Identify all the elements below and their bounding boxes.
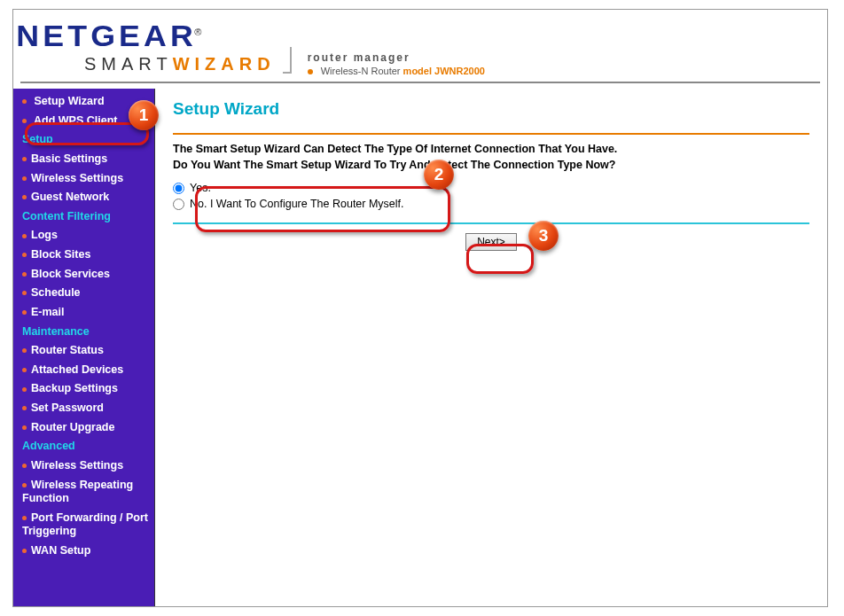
sidebar-item-block-sites[interactable]: Block Sites [13, 246, 154, 265]
detect-option-group: Yes. No. I Want To Configure The Router … [173, 180, 809, 212]
sidebar-item-backup-settings[interactable]: Backup Settings [13, 379, 154, 399]
divider-orange [173, 133, 809, 135]
sidebar-category-maintenance: Maintenance [13, 323, 154, 342]
sidebar-item-wireless-repeating[interactable]: Wireless Repeating Function [13, 476, 154, 509]
sidebar-item-logs[interactable]: Logs [13, 226, 154, 246]
header-rule [20, 82, 820, 83]
brand-logo: NETGEAR [16, 19, 197, 53]
sidebar: Setup Wizard Add WPS Client Setup Basic … [13, 89, 155, 606]
subbrand-wizard: WIZARD [173, 54, 276, 74]
product-name: Wireless-N Router [321, 66, 401, 76]
wizard-description: The Smart Setup Wizard Can Detect The Ty… [173, 142, 809, 173]
dot-icon [308, 69, 313, 74]
model-number: JWNR2000 [434, 66, 485, 76]
sidebar-item-attached-devices[interactable]: Attached Devices [13, 361, 154, 380]
sidebar-item-setup-wizard[interactable]: Setup Wizard [13, 92, 154, 112]
desc-line-1: The Smart Setup Wizard Can Detect The Ty… [173, 142, 809, 158]
divider-cyan [173, 222, 809, 224]
option-no-label: No. I Want To Configure The Router Mysel… [190, 198, 404, 210]
sidebar-category-content-filtering: Content Filtering [13, 207, 154, 227]
sidebar-item-block-services[interactable]: Block Services [13, 265, 154, 285]
sidebar-item-router-upgrade[interactable]: Router Upgrade [13, 418, 154, 438]
tagline: router manager [308, 51, 485, 64]
subbrand-smart: SMART [84, 54, 173, 74]
sidebar-item-router-status[interactable]: Router Status [13, 341, 154, 361]
model-prefix: model [403, 66, 432, 76]
option-yes-label: Yes. [190, 182, 211, 194]
nav-label: Add WPS Client [34, 114, 117, 127]
sidebar-category-advanced: Advanced [13, 437, 154, 456]
bullet-icon [22, 99, 27, 104]
bullet-icon [22, 119, 27, 123]
registered-mark: ® [194, 27, 201, 37]
nav-label: Setup Wizard [34, 95, 104, 107]
sidebar-item-schedule[interactable]: Schedule [13, 284, 154, 303]
radio-no[interactable] [173, 199, 184, 210]
sidebar-item-basic-settings[interactable]: Basic Settings [13, 150, 154, 169]
sidebar-item-wan-setup[interactable]: WAN Setup [13, 542, 154, 561]
sidebar-category-setup: Setup [13, 130, 154, 150]
header: NETGEAR ® SMART WIZARD router manager Wi… [13, 10, 827, 89]
bracket-decor [283, 47, 292, 74]
next-button[interactable]: Next> [465, 233, 517, 251]
sidebar-item-port-forwarding[interactable]: Port Forwarding / Port Triggering [13, 509, 154, 542]
page-title: Setup Wizard [173, 99, 809, 119]
sidebar-item-adv-wireless-settings[interactable]: Wireless Settings [13, 456, 154, 476]
option-no[interactable]: No. I Want To Configure The Router Mysel… [173, 196, 809, 212]
content-pane: Setup Wizard The Smart Setup Wizard Can … [155, 89, 827, 606]
sidebar-item-set-password[interactable]: Set Password [13, 399, 154, 418]
sidebar-item-email[interactable]: E-mail [13, 303, 154, 323]
sidebar-item-wireless-settings[interactable]: Wireless Settings [13, 169, 154, 189]
option-yes[interactable]: Yes. [173, 180, 809, 196]
desc-line-2: Do You Want The Smart Setup Wizard To Tr… [173, 158, 809, 174]
product-line: Wireless-N Router model JWNR2000 [308, 66, 485, 76]
sidebar-item-guest-network[interactable]: Guest Network [13, 188, 154, 207]
radio-yes[interactable] [173, 183, 184, 194]
sidebar-item-add-wps-client[interactable]: Add WPS Client [13, 112, 154, 131]
